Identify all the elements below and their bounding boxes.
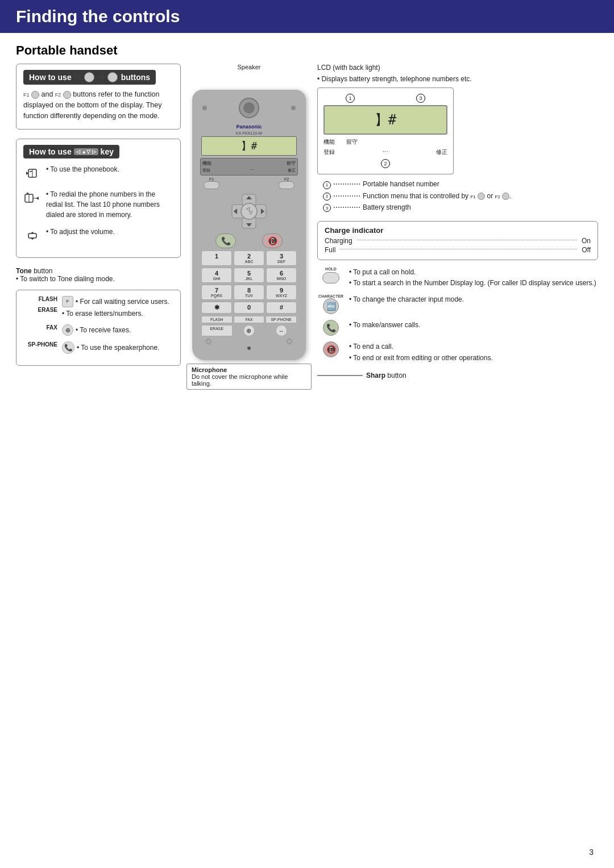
nav-cross-control: ◁ ▽ — [229, 191, 269, 231]
character-text: • To change the character input mode. — [349, 294, 464, 305]
fax-item: FAX ⊕ • To receive faxes. — [23, 324, 173, 336]
key-8: 8TUV — [234, 285, 264, 300]
buttons-label: buttons — [121, 73, 150, 82]
sp-phone-btn: SP-PHONE — [265, 316, 297, 323]
model-label: KX-FKN110-W — [197, 131, 301, 135]
sharp-button-section: Sharp button — [317, 372, 598, 379]
lcd-item-2: 2 ⋯⋯⋯⋯ Function menu that is controlled … — [323, 192, 598, 201]
erase-label: ERASE — [23, 307, 57, 313]
charging-row: Charging On — [325, 237, 591, 245]
page-number: 3 — [589, 848, 594, 857]
sp-phone-item: SP-PHONE 📞 • To use the speakerphone. — [23, 341, 173, 354]
lcd-num-2: 2 — [381, 159, 390, 168]
tone-button-label: Tone button — [16, 267, 181, 275]
page-header: Finding the controls — [0, 0, 614, 33]
sp-phone-circle-btn: ↔ — [276, 325, 287, 336]
character-section: CHARACTER 🔤 • To change the character in… — [317, 294, 598, 314]
nav-redial-icon — [24, 190, 41, 207]
sp-phone-icon: 📞 — [62, 341, 74, 354]
sharp-label: Sharp — [366, 372, 385, 379]
lcd-numbered-list: 1 ⋯⋯⋯⋯ Portable handset number 2 ⋯⋯⋯⋯ Fu… — [323, 180, 598, 212]
svg-rect-3 — [30, 171, 32, 172]
svg-rect-10 — [28, 233, 36, 238]
end-text: • To end a call. • To end or exit from e… — [349, 341, 493, 363]
speaker-dot-right — [291, 106, 296, 110]
microphone-area — [197, 347, 301, 350]
fax-label: FAX — [23, 324, 57, 331]
svg-text:▽: ▽ — [249, 210, 253, 215]
key-hash: # — [266, 302, 297, 314]
page-title: Finding the controls — [16, 7, 598, 26]
nav-item-phonebook: • To use the phonebook. — [23, 164, 173, 182]
nav-phonebook-text: • To use the phonebook. — [46, 164, 119, 174]
f2-button-icon — [107, 72, 118, 82]
sharp-suffix: button — [387, 372, 406, 379]
lcd-display-box: 】# — [323, 105, 447, 135]
f1-button-icon — [84, 72, 94, 82]
right-items: HOLD • To put a call on hold. • To start… — [317, 267, 598, 379]
mic-hole — [247, 347, 251, 350]
lcd-num-3: 3 — [416, 94, 425, 103]
hold-label: HOLD — [325, 267, 337, 271]
flash-button-icon: F — [62, 296, 73, 307]
function-buttons-row: 機能 留守 登録 ⋯ 修正 — [200, 158, 298, 176]
full-row: Full Off — [325, 246, 591, 254]
tone-button-text: • To switch to Tone dialing mode. — [16, 275, 181, 283]
lcd-num-1: 1 — [346, 94, 355, 103]
key-1: 1 — [201, 251, 232, 266]
lcd-item-1: 1 ⋯⋯⋯⋯ Portable handset number — [323, 180, 598, 189]
svg-marker-12 — [31, 238, 34, 240]
lcd-section: LCD (with back light) • Displays battery… — [317, 64, 598, 212]
left-column: How to use F1 F2 buttons F1 and F2 butto… — [16, 64, 181, 390]
call-text: • To make/answer calls. — [349, 320, 420, 331]
nav-volume-text: • To adjust the volume. — [46, 227, 115, 237]
hold-text: • To put a call on hold. • To start a se… — [349, 267, 596, 289]
key-5: 5JKL — [234, 268, 264, 283]
end-button: 📵 — [262, 233, 283, 248]
speaker-label: Speaker — [238, 64, 261, 70]
lcd-title: LCD (with back light) — [317, 64, 598, 72]
f2-label: F2 — [98, 74, 104, 80]
nav-item-volume: • To adjust the volume. — [23, 227, 173, 245]
end-btn-icon: 📵 — [323, 341, 339, 357]
key-6: 6MNO — [266, 268, 297, 283]
call-button: 📞 — [215, 233, 236, 248]
f1-btn — [204, 181, 219, 189]
charge-title: Charge indicator — [325, 226, 591, 235]
call-btn-icon: 📞 — [323, 320, 339, 336]
erase-row: ERASE ⊕ ↔ — [201, 325, 297, 336]
key-0: 0 — [234, 302, 264, 314]
how-to-use-key-box: How to use ◁ ▲▽ ▷ key • To use the phone… — [16, 139, 181, 258]
center-column: Speaker Panasonic KX-FKN110-W 】# 機能 — [186, 64, 312, 390]
sharp-line — [317, 375, 363, 376]
phone-top-area — [197, 95, 301, 120]
lcd-item-3: 3 ⋯⋯⋯⋯ Battery strength — [323, 203, 598, 212]
lcd-bullet: • Displays battery strength, telephone n… — [317, 75, 598, 83]
flash-text: F • For call waiting service users. • To… — [62, 296, 169, 319]
key-3: 3DEF — [266, 251, 297, 266]
brand-label: Panasonic — [197, 124, 301, 130]
lcd-diagram-box: 1 3 】# 機能 留守 登録 ⋯ 修正 2 — [317, 87, 454, 174]
svg-marker-11 — [31, 232, 34, 233]
speaker-dot-left — [202, 106, 207, 110]
key-suffix: key — [101, 147, 114, 156]
how-to-use-buttons-desc: F1 and F2 buttons refer to the function … — [23, 89, 173, 121]
how-to-use-key-label: How to use — [29, 147, 72, 156]
how-to-use-buttons-title: How to use F1 F2 buttons — [23, 70, 156, 85]
fax-btn: FAX — [234, 316, 265, 323]
keypad: 1 2ABC 3DEF 4GHI 5JKL 6MNO 7PQRS 8TUV 9W… — [201, 251, 297, 314]
key-4: 4GHI — [201, 268, 232, 283]
character-label: CHARACTER — [318, 294, 343, 298]
sp-phone-label: SP-PHONE — [23, 341, 57, 348]
call-section: 📞 • To make/answer calls. — [317, 320, 598, 336]
battery-strength-text: Battery strength — [363, 203, 411, 211]
bottom-dot-left — [206, 339, 211, 344]
bottom-function-row: FLASH FAX SP-PHONE — [201, 316, 297, 323]
fax-icon: ⊕ — [62, 324, 73, 336]
call-end-row: 📞 📵 — [202, 233, 296, 248]
f1-label: F1 — [75, 74, 81, 80]
nav-item-redial: • To redial the phone numbers in the red… — [23, 189, 173, 220]
microphone-label: Microphone Do not cover the microphone w… — [186, 364, 312, 390]
flash-erase-box: FLASH ERASE F • For call waiting service… — [16, 290, 181, 366]
microphone-text: Do not cover the microphone while talkin… — [192, 373, 306, 387]
